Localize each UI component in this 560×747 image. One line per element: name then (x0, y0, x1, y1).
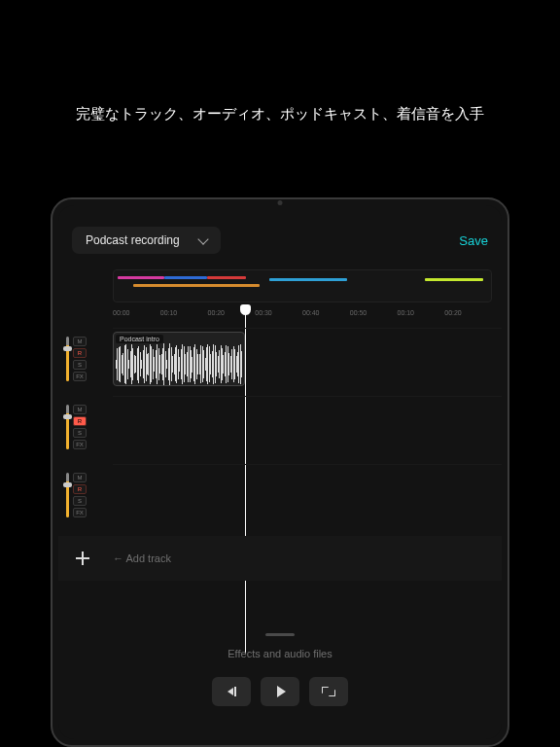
drawer-label: Effects and audio files (58, 648, 502, 659)
clip-label: Podcast intro (116, 335, 163, 343)
track-row: MRSFXPodcast intro (58, 328, 502, 390)
fx-button[interactable]: FX (73, 372, 87, 381)
track-fader[interactable] (66, 473, 69, 517)
ruler-tick: 00:00 (113, 309, 160, 325)
record-button[interactable]: R (73, 348, 87, 358)
solo-button[interactable]: S (73, 360, 87, 370)
time-ruler[interactable]: 00:0000:1000:2000:3000:4000:5000:1000:20 (113, 309, 492, 325)
ruler-tick: 00:30 (255, 309, 302, 325)
record-button[interactable]: R (73, 416, 87, 426)
add-track-row[interactable]: ← Add track (58, 536, 502, 581)
track-lane[interactable] (113, 464, 502, 526)
project-name: Podcast recording (86, 233, 180, 247)
ruler-tick: 00:40 (302, 309, 350, 325)
track-fader[interactable] (66, 337, 69, 381)
track-lane[interactable] (113, 396, 502, 458)
drawer-handle[interactable] (265, 633, 295, 636)
mute-button[interactable]: M (73, 405, 87, 414)
tablet-frame: Podcast recording Save 00:0000:1000:2000… (51, 197, 509, 747)
track-fader[interactable] (66, 405, 69, 449)
overview-segment (118, 276, 164, 279)
waveform (116, 346, 242, 382)
overview-segment (207, 276, 246, 279)
track-controls: MRSFX (58, 464, 113, 526)
loop-icon (322, 687, 335, 696)
overview-segment (425, 278, 483, 281)
overview-segment (164, 276, 207, 279)
transport-controls (212, 677, 348, 706)
tagline: 完璧なトラック、オーディオ、ポッドキャスト、着信音を入手 (0, 105, 560, 124)
plus-icon (74, 550, 91, 567)
track-lane[interactable]: Podcast intro (113, 328, 502, 390)
play-button[interactable] (261, 677, 299, 706)
overview-segment (269, 278, 347, 281)
track-controls: MRSFX (58, 396, 113, 458)
record-button[interactable]: R (73, 484, 87, 494)
fx-button[interactable]: FX (73, 508, 87, 517)
app-screen: Podcast recording Save 00:0000:1000:2000… (58, 205, 502, 739)
loop-button[interactable] (309, 677, 348, 706)
overview-lanes[interactable] (113, 269, 492, 302)
ruler-tick: 00:10 (398, 309, 445, 325)
rewind-button[interactable] (212, 677, 251, 706)
add-track-label: ← Add track (113, 552, 171, 564)
fx-button[interactable]: FX (73, 440, 87, 449)
overview-segment (133, 284, 260, 287)
audio-clip[interactable]: Podcast intro (113, 332, 245, 386)
track-row: MRSFX (58, 396, 502, 458)
ruler-tick: 00:50 (350, 309, 398, 325)
play-icon (277, 686, 286, 697)
solo-button[interactable]: S (73, 496, 87, 506)
project-selector[interactable]: Podcast recording (72, 227, 221, 254)
ruler-tick: 00:20 (444, 309, 492, 325)
mute-button[interactable]: M (73, 337, 87, 346)
chevron-down-icon (197, 233, 208, 244)
rewind-icon (228, 687, 236, 696)
topbar: Podcast recording Save (72, 225, 488, 256)
track-row: MRSFX (58, 464, 502, 526)
save-button[interactable]: Save (459, 233, 488, 248)
track-controls: MRSFX (58, 328, 113, 390)
solo-button[interactable]: S (73, 428, 87, 438)
tracks-container: MRSFXPodcast introMRSFXMRSFX (58, 328, 502, 532)
mute-button[interactable]: M (73, 473, 87, 482)
ruler-tick: 00:10 (160, 309, 208, 325)
